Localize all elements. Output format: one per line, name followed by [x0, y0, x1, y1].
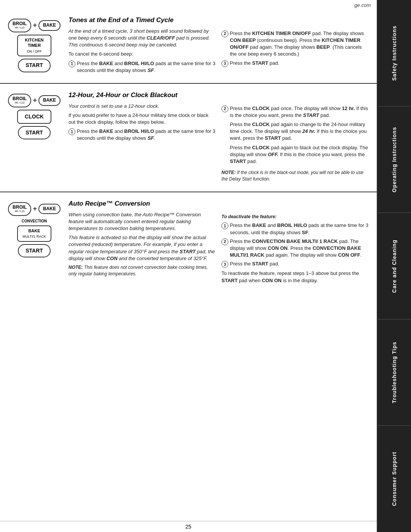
kitchen-timer-button[interactable]: KITCHENTIMERON / OFF	[17, 35, 51, 56]
kitchen-timer-label: KITCHENTIMERON / OFF	[25, 38, 44, 53]
clock-body: If you would prefer to have a 24-hour mi…	[68, 112, 216, 126]
two-col-tones: At the end of a timed cycle, 3 short bee…	[68, 28, 369, 76]
tones-step-2: 2 Press the KITCHEN TIMER ON/OFF pad. Th…	[221, 30, 369, 58]
section-tones: BROIL HI / LO + BAKE KITCHENTIMERON / OF…	[0, 9, 377, 84]
website-header: ge.com	[0, 0, 377, 9]
step-text-3: Press the START pad.	[230, 60, 369, 67]
section-title-tones: Tones at the End of a Timed Cycle	[68, 16, 369, 25]
clock-broil-button[interactable]: BROIL HI / LO	[8, 94, 31, 107]
two-col-clock: Your control is set to use a 12-hour clo…	[68, 103, 369, 185]
clock-note: NOTE: If the clock is in the black-out m…	[221, 169, 369, 182]
section-autorecipe: BROIL HI / LO + BAKE CONVECTION BAKEMULT…	[0, 192, 377, 521]
ar-step-3: 3 Press the START pad.	[221, 260, 369, 268]
ar-broil-label: BROIL	[13, 204, 27, 210]
clock-plus-sign: +	[33, 96, 37, 104]
title-text-autorecipe: Auto Recipe™ Conversion	[68, 200, 150, 207]
clock-step-2: 2 Press the CLOCK pad once. The display …	[221, 105, 369, 168]
ar-body-2: This feature is activated so that the di…	[68, 234, 216, 262]
ar-note: NOTE: This feature does not convert conv…	[68, 264, 216, 277]
ar-step-text-1: Press the BAKE and BROIL HI/LO pads at t…	[230, 222, 369, 236]
step-num-3: 3	[221, 60, 228, 67]
sidebar-care: Care and Cleaning	[378, 213, 411, 320]
ar-broil-bake-row: BROIL HI / LO + BAKE	[8, 202, 61, 216]
section-clock: BROIL HI / LO + BAKE CLOCK START 12-Hour…	[0, 84, 377, 192]
right-sidebar: Safety Instructions Operating Instructio…	[378, 0, 411, 532]
sidebar-operating: Operating Instructions	[378, 107, 411, 213]
ar-step-text-3: Press the START pad.	[230, 260, 369, 267]
button-panel-tones: BROIL HI / LO + BAKE KITCHENTIMERON / OF…	[4, 16, 65, 76]
ar-start-button[interactable]: START	[18, 244, 51, 257]
col-right-autorecipe: To deactivate the feature: 1 Press the B…	[221, 211, 369, 286]
section-text-clock: 12-Hour, 24-Hour or Clock Blackout Your …	[65, 91, 373, 185]
clock-steps-right: 2 Press the CLOCK pad once. The display …	[221, 105, 369, 168]
ar-bake-multirack-label: BAKEMULTI/1 RACK	[22, 228, 46, 238]
clock-step-text-1: Press the BAKE and BROIL HI/LO pads at t…	[77, 128, 216, 142]
tones-intro: At the end of a timed cycle, 3 short bee…	[68, 28, 216, 49]
step-text-1: Press the BAKE and BROIL HI/LO pads at t…	[77, 60, 216, 74]
col-left-autorecipe: When using convection bake, the Auto Rec…	[68, 211, 216, 286]
start-label-tones: START	[25, 62, 43, 68]
broil-label: BROIL	[13, 21, 27, 26]
title-text-clock: 12-Hour, 24-Hour or Clock Blackout	[68, 91, 177, 99]
broil-bake-row: BROIL HI / LO + BAKE	[8, 19, 61, 32]
ar-deactivate-header: To deactivate the feature:	[221, 214, 369, 220]
col-right-tones: 2 Press the KITCHEN TIMER ON/OFF pad. Th…	[221, 28, 369, 76]
bake-button[interactable]: BAKE	[38, 20, 61, 30]
sidebar-consumer: Consumer Support	[378, 426, 411, 532]
page-number: 25	[0, 521, 377, 532]
ar-steps-right: 1 Press the BAKE and BROIL HI/LO pads at…	[221, 222, 369, 268]
tones-step-3: 3 Press the START pad.	[221, 60, 369, 67]
button-panel-clock: BROIL HI / LO + BAKE CLOCK START	[4, 91, 65, 185]
sidebar-care-label: Care and Cleaning	[391, 240, 397, 293]
sidebar-safety-label: Safety Instructions	[391, 26, 397, 81]
broil-button[interactable]: BROIL HI / LO	[8, 19, 31, 32]
step-num-2: 2	[221, 30, 228, 37]
ar-broil-button[interactable]: BROIL HI / LO	[8, 202, 31, 216]
clock-step-num-1: 1	[68, 128, 75, 135]
ar-reactivate-footer: To reactivate the feature, repeat steps …	[221, 270, 369, 284]
section-title-clock: 12-Hour, 24-Hour or Clock Blackout	[68, 91, 369, 100]
tones-step-1: 1 Press the BAKE and BROIL HI/LO pads at…	[68, 60, 216, 74]
ar-step-text-2: Press the CONVECTION BAKE MULTI/ 1 RACK …	[230, 238, 369, 259]
step-text-2: Press the KITCHEN TIMER ON/OFF pad. The …	[230, 30, 369, 58]
section-text-autorecipe: Auto Recipe™ Conversion When using conve…	[65, 199, 373, 514]
sidebar-safety: Safety Instructions	[378, 0, 411, 107]
clock-start-label: START	[25, 129, 43, 136]
ar-step-num-1: 1	[221, 222, 228, 229]
convection-label: CONVECTION	[22, 219, 47, 223]
two-col-autorecipe: When using convection bake, the Auto Rec…	[68, 211, 369, 286]
start-button-tones[interactable]: START	[18, 59, 51, 72]
clock-start-button[interactable]: START	[18, 126, 51, 139]
ar-step-num-3: 3	[221, 261, 228, 268]
clock-step-num-2: 2	[221, 105, 228, 112]
tones-steps-left: 1 Press the BAKE and BROIL HI/LO pads at…	[68, 60, 216, 74]
bake-label: BAKE	[43, 22, 56, 28]
clock-bake-label: BAKE	[43, 97, 56, 103]
ar-bake-button[interactable]: BAKE	[38, 204, 61, 214]
ar-step-1: 1 Press the BAKE and BROIL HI/LO pads at…	[221, 222, 369, 236]
website-text: ge.com	[354, 2, 371, 8]
plus-sign: +	[33, 21, 37, 29]
clock-broil-bake-row: BROIL HI / LO + BAKE	[8, 94, 61, 107]
clock-button[interactable]: CLOCK	[17, 110, 51, 124]
col-right-clock: 2 Press the CLOCK pad once. The display …	[221, 103, 369, 185]
ar-step-num-2: 2	[221, 238, 228, 245]
broil-sub-label: HI / LO	[13, 26, 27, 30]
button-panel-autorecipe: BROIL HI / LO + BAKE CONVECTION BAKEMULT…	[4, 199, 65, 514]
clock-steps-left: 1 Press the BAKE and BROIL HI/LO pads at…	[68, 128, 216, 142]
section-text-tones: Tones at the End of a Timed Cycle At the…	[65, 16, 373, 76]
ar-broil-sub: HI / LO	[13, 210, 27, 213]
ar-bake-label: BAKE	[43, 206, 56, 211]
clock-label: CLOCK	[25, 113, 44, 120]
clock-broil-sub: HI / LO	[13, 101, 27, 105]
ar-convection-bake-button[interactable]: BAKEMULTI/1 RACK	[17, 225, 51, 242]
ar-start-label: START	[25, 248, 43, 254]
ar-step-2: 2 Press the CONVECTION BAKE MULTI/ 1 RAC…	[221, 238, 369, 259]
clock-intro: Your control is set to use a 12-hour clo…	[68, 103, 216, 110]
clock-bake-button[interactable]: BAKE	[38, 95, 61, 105]
sidebar-operating-label: Operating Instructions	[391, 127, 397, 192]
tones-steps-right: 2 Press the KITCHEN TIMER ON/OFF pad. Th…	[221, 30, 369, 67]
col-left-clock: Your control is set to use a 12-hour clo…	[68, 103, 216, 185]
step-num-1: 1	[68, 61, 75, 67]
sidebar-troubleshooting-label: Troubleshooting Tips	[391, 342, 397, 403]
